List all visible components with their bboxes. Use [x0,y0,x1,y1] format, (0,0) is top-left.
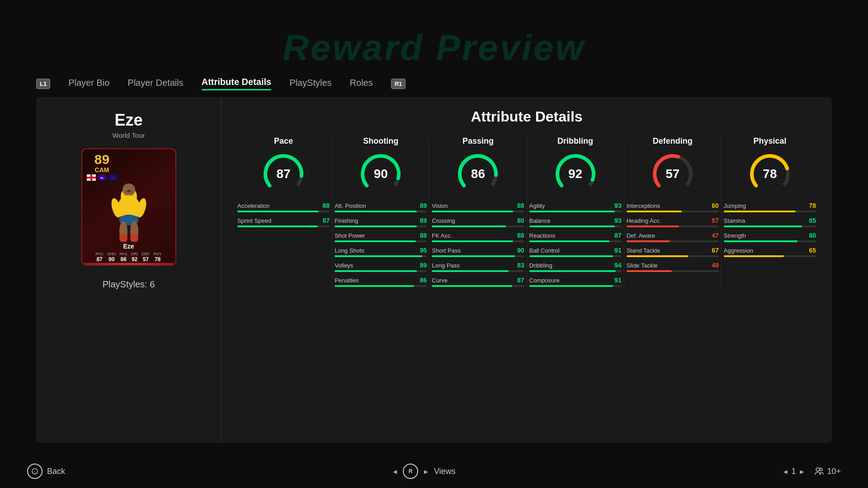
attr-bar-fill [529,270,616,272]
attr-value: 87 [614,232,622,239]
player-edition: World Tour [113,131,145,139]
attr-bar-fill [335,285,414,287]
tab-badge-left: L1 [36,79,50,89]
attr-bar-bg [627,270,719,272]
attr-name: Stamina [724,217,745,224]
back-button[interactable]: ○ Back [27,464,65,479]
tab-roles[interactable]: Roles [350,78,373,90]
attr-col-defending: Defending 57 Interceptions 60 Heading Ac… [624,136,722,291]
attr-bar-bg [432,255,524,257]
attr-name: Short Pass [432,247,461,254]
attr-bar-bg [237,225,330,227]
attr-name: Att. Position [335,202,366,209]
tab-player-details[interactable]: Player Details [127,78,183,90]
attr-row: Vision 88 [432,202,524,212]
attr-bar-bg [529,211,622,212]
attr-bar-bg [237,211,330,212]
attr-bar-fill [529,225,615,227]
attr-value: 80 [809,232,816,239]
attr-bar-bg [432,270,524,272]
attr-name: Long Shots [335,247,364,254]
attr-row: Penalties 86 [335,277,427,287]
attr-name: Interceptions [627,202,660,209]
attr-row: Short Pass 90 [432,247,524,257]
attr-row: Curve 87 [432,277,524,287]
attr-name: Shot Power [335,232,365,239]
attr-name: Reactions [529,232,556,239]
attr-value: 91 [614,247,622,254]
attr-bar-fill [335,225,417,227]
views-button[interactable]: ◄ R ► Views [392,464,455,479]
attr-bar-bg [529,285,622,287]
attr-name: Balance [529,217,551,224]
attr-row: Heading Acc. 57 [627,217,719,227]
card-position: CAM [95,166,109,174]
attr-value: 94 [614,262,622,269]
tab-player-bio[interactable]: Player Bio [68,78,109,90]
attr-value: 47 [712,232,719,239]
attr-value: 65 [809,247,816,254]
attr-name: FK Acc. [432,232,452,239]
attr-bar-bg [627,211,719,212]
attr-bar-bg [529,255,622,257]
attr-name: Curve [432,277,448,284]
attr-bar-bg [529,225,622,227]
attr-bar-fill [432,255,515,257]
tab-playstyles[interactable]: PlayStyles [289,78,331,90]
attr-bar-bg [335,270,427,272]
gauge-shooting: 90 [358,151,403,197]
attr-bar-fill [432,240,513,242]
svg-point-17 [127,190,131,192]
attr-name: Acceleration [237,202,270,209]
attribute-columns: Pace 87 Acceleration 88 Sprint Speed 87 [235,136,818,291]
attr-bar-bg [335,211,427,212]
gauge-value-dribbling: 92 [568,167,582,181]
attr-bar-bg [724,255,816,257]
right-panel: Attribute Details Pace 87 Acceleration 8… [222,97,832,443]
attr-bar-fill [432,225,505,227]
attr-name: Volleys [335,262,353,269]
tab-navigation: L1 Player Bio Player Details Attribute D… [36,77,406,90]
gauge-passing: 86 [455,151,500,197]
card-stats-row: PAC87 SHO90 PAS86 DRI92 DEF57 PHY78 [95,252,162,263]
attr-bar-fill [627,270,672,272]
attr-row: Slide Tackle 49 [627,262,719,272]
attr-bar-fill [432,270,508,272]
bottom-navigation: ○ Back ◄ R ► Views ◄ 1 ► 10+ [27,464,841,479]
attr-bar-fill [529,285,613,287]
attr-bar-bg [432,240,524,242]
attr-name: Aggression [724,247,753,254]
views-r-icon: R [403,464,418,479]
page-number: 1 [792,467,796,476]
attr-bar-fill [432,285,512,287]
attr-bar-bg [432,211,524,212]
attr-bar-bg [335,240,427,242]
attr-bar-fill [335,255,422,257]
page-indicator: ◄ 1 ► [782,467,806,476]
attr-bar-bg [529,240,622,242]
gauge-value-passing: 86 [471,167,485,181]
attr-value: 88 [323,202,330,209]
tab-attribute-details[interactable]: Attribute Details [202,77,271,90]
people-count: 10+ [814,466,841,476]
attr-bar-fill [237,225,318,227]
attr-bar-fill [529,240,610,242]
attr-value: 89 [420,262,427,269]
back-label: Back [47,467,65,476]
attr-value: 85 [809,217,816,224]
svg-point-32 [816,468,820,471]
attr-row: Shot Power 88 [335,232,427,242]
main-content: Eze World Tour 89 CAM [36,97,832,443]
attr-bar-bg [432,285,524,287]
attr-value: 93 [614,217,622,224]
attr-bar-bg [627,240,719,242]
attr-name: Def. Aware [627,232,655,239]
attr-name: Ball Control [529,247,560,254]
card-rating: 89 [94,153,109,166]
attr-row: Att. Position 89 [335,202,427,212]
attr-bar-fill [627,240,670,242]
card-player-name: Eze [123,243,134,250]
attr-bar-bg [724,240,816,242]
attr-value: 83 [517,262,524,269]
attr-value: 90 [517,247,524,254]
